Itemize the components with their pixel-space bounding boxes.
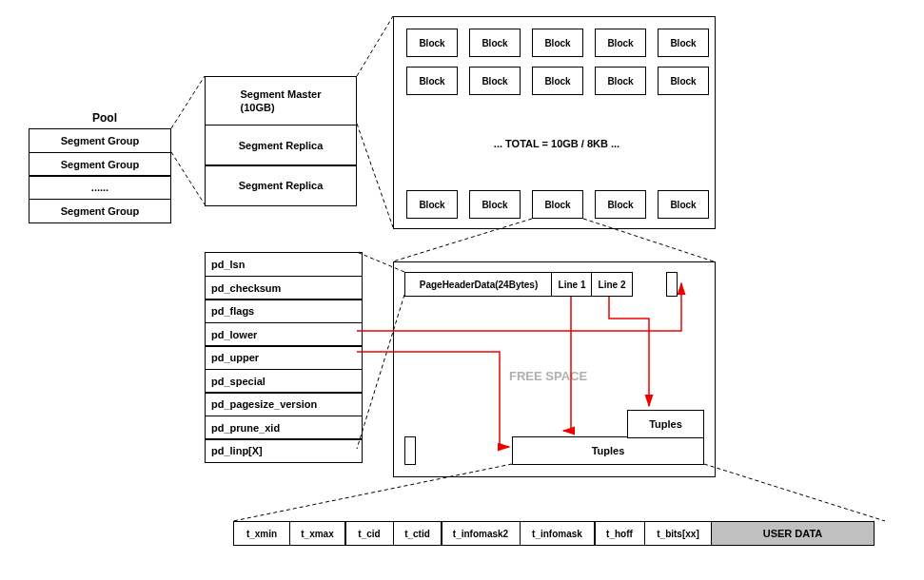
t-bits: t_bits[xx]: [644, 521, 713, 546]
pd-prune-xid: pd_prune_xid: [205, 416, 363, 440]
t-hoff: t_hoff: [594, 521, 645, 546]
segment-replica: Segment Replica: [205, 125, 357, 166]
block: Block: [469, 29, 521, 57]
pd-flags: pd_flags: [205, 299, 363, 323]
block: Block: [406, 190, 458, 219]
block: Block: [595, 29, 646, 57]
block: Block: [658, 190, 709, 219]
segment-group: Segment Group: [29, 199, 171, 223]
block: Block: [469, 190, 521, 219]
pd-special: pd_special: [205, 369, 363, 394]
t-cid: t_cid: [344, 521, 394, 546]
svg-line-0: [171, 76, 205, 128]
block: Block: [658, 67, 709, 95]
tuples-row-1: Tuples: [627, 410, 704, 438]
free-space-label: FREE SPACE: [509, 369, 587, 383]
page-stub: [666, 272, 678, 297]
page-stub-bottom: [404, 436, 416, 465]
segment-group: Segment Group: [29, 128, 171, 153]
svg-line-9: [704, 464, 885, 521]
pd-lower: pd_lower: [205, 322, 363, 347]
pd-linp: pd_linp[X]: [205, 438, 363, 463]
tuples-row-2: Tuples: [512, 436, 704, 465]
t-infomask: t_infomask: [520, 521, 596, 546]
t-xmin: t_xmin: [233, 521, 290, 546]
block: Block: [595, 190, 646, 219]
pd-upper: pd_upper: [205, 345, 363, 370]
pd-lsn: pd_lsn: [205, 252, 363, 277]
t-infomask2: t_infomask2: [441, 521, 521, 546]
svg-line-3: [357, 124, 393, 227]
block: Block: [532, 67, 583, 95]
user-data: USER DATA: [711, 521, 875, 546]
block: Block: [406, 29, 458, 57]
line-2: Line 2: [591, 272, 633, 297]
svg-line-1: [171, 152, 205, 204]
page-header-data: PageHeaderData(24Bytes): [404, 272, 553, 297]
block: Block: [532, 29, 583, 57]
block: Block: [532, 190, 583, 219]
block: Block: [406, 67, 458, 95]
segment-group-ellipsis: ......: [29, 175, 171, 200]
segment-master: Segment Master (10GB): [205, 76, 357, 126]
pd-pagesize-version: pd_pagesize_version: [205, 392, 363, 416]
t-ctid: t_ctid: [393, 521, 442, 546]
block: Block: [658, 29, 709, 57]
blocks-total: ... TOTAL = 10GB / 8KB ...: [452, 138, 661, 149]
pool-title: Pool: [38, 111, 171, 125]
t-xmax: t_xmax: [289, 521, 346, 546]
block: Block: [469, 67, 521, 95]
pd-checksum: pd_checksum: [205, 276, 363, 300]
line-1: Line 1: [551, 272, 593, 297]
segment-group: Segment Group: [29, 152, 171, 177]
svg-line-2: [357, 16, 393, 76]
segment-replica: Segment Replica: [205, 164, 357, 206]
block: Block: [595, 67, 646, 95]
